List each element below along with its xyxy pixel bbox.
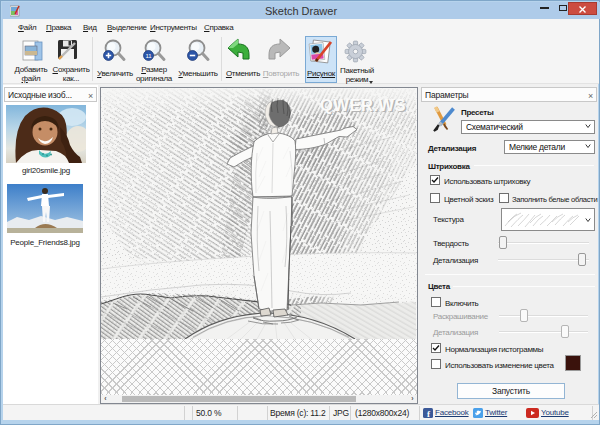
svg-text:QWER.WS: QWER.WS: [320, 96, 406, 114]
svg-text:11: 11: [145, 53, 152, 59]
